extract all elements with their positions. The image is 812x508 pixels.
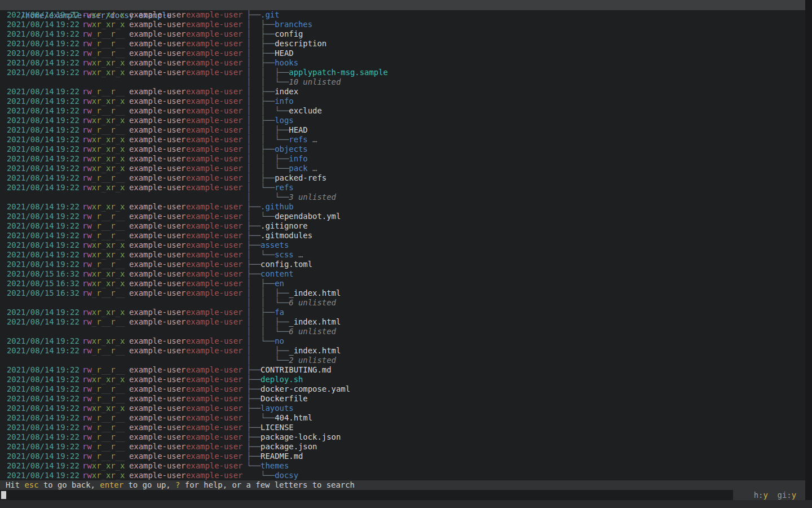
file-name[interactable]: docker-compose.yaml [261, 384, 350, 393]
file-name[interactable]: _index.html [289, 346, 341, 355]
file-name[interactable]: package-lock.json [261, 432, 341, 441]
file-name[interactable]: HEAD [289, 125, 307, 134]
tree-row[interactable]: 2021/08/1419:22rw_r__r__example-userexam… [0, 212, 805, 221]
tree-row[interactable]: 2021/08/1419:22rwxr_xr_xexample-userexam… [0, 116, 805, 125]
directory-name[interactable]: content [261, 269, 294, 278]
file-name[interactable]: HEAD [275, 49, 293, 58]
modified-date: 2021/08/14 [7, 106, 54, 116]
tree-row[interactable]: 2021/08/1419:22rw_r__r__example-userexam… [0, 394, 805, 404]
tree-row[interactable]: 2021/08/1419:22rw_r__r__example-userexam… [0, 49, 805, 58]
tree-row[interactable]: 2021/08/1419:22rw_r__r__example-userexam… [0, 432, 805, 442]
tree-row[interactable]: 2021/08/1419:22rwxr_xr_xexample-userexam… [0, 308, 805, 317]
permissions: rwxr_xr_x [82, 135, 125, 144]
directory-name[interactable]: .github [261, 202, 294, 211]
tree-row[interactable]: 2021/08/1419:22rw_r__r__example-userexam… [0, 423, 805, 432]
modified-date: 2021/08/14 [7, 240, 54, 250]
tree-row[interactable]: │ │ └──6 unlisted [0, 327, 805, 336]
tree-row[interactable]: 2021/08/1419:22rwxr_xr_xexample-userexam… [0, 68, 805, 77]
tree-row[interactable]: │ │ └──6 unlisted [0, 298, 805, 308]
tree-row[interactable]: 2021/08/1419:22rw_r__r__example-userexam… [0, 173, 805, 183]
directory-name[interactable]: scss [275, 250, 293, 259]
directory-name[interactable]: objects [275, 144, 308, 154]
directory-name[interactable]: hooks [275, 58, 298, 67]
tree-row[interactable]: 2021/08/1419:22rwxr_xr_xexample-userexam… [0, 404, 805, 413]
file-name[interactable]: CONTRIBUTING.md [261, 365, 331, 374]
tree-row[interactable]: 2021/08/1419:22rw_r__r__example-userexam… [0, 87, 805, 97]
directory-name[interactable]: assets [261, 240, 289, 249]
tree-row[interactable]: │ │ └──10 unlisted [0, 77, 805, 87]
tree-row[interactable]: 2021/08/1419:22rwxr_xr_xexample-userexam… [0, 97, 805, 106]
tree-row[interactable]: 2021/08/1419:22rw_r__r__example-userexam… [0, 442, 805, 452]
file-name[interactable]: config [275, 29, 303, 38]
file-name[interactable]: 404.html [275, 413, 312, 422]
file-name[interactable]: applypatch-msg.sample [289, 68, 388, 77]
directory-name[interactable]: no [275, 336, 284, 345]
directory-name[interactable]: layouts [261, 404, 294, 413]
file-name[interactable]: deploy.sh [261, 375, 303, 384]
tree-row[interactable]: 2021/08/1419:22rw_r__r__example-userexam… [0, 125, 805, 135]
tree-row[interactable]: 2021/08/1419:22rw_r__r__example-userexam… [0, 317, 805, 327]
tree-row[interactable]: │ └──3 unlisted [0, 192, 805, 202]
file-name[interactable]: package.json [261, 442, 317, 451]
directory-name[interactable]: info [275, 97, 293, 106]
tree-row[interactable]: 2021/08/1419:22rw_r__r__example-userexam… [0, 106, 805, 116]
tree-row[interactable]: 2021/08/1419:22rw_r__r__example-userexam… [0, 452, 805, 461]
file-name[interactable]: LICENSE [261, 423, 294, 432]
directory-name[interactable]: themes [261, 461, 289, 470]
tree-row[interactable]: 2021/08/1516:32rwxr_xr_xexample-userexam… [0, 269, 805, 279]
directory-name[interactable]: info [289, 154, 307, 163]
directory-name[interactable]: pack [289, 164, 307, 173]
file-name[interactable]: _index.html [289, 288, 341, 297]
directory-name[interactable]: en [275, 279, 284, 288]
tree-row[interactable]: 2021/08/1419:22rw_r__r__example-userexam… [0, 260, 805, 269]
tree-row[interactable]: 2021/08/1419:22rwxr_xr_xexample-userexam… [0, 20, 805, 29]
tree-row[interactable]: 2021/08/1419:22rwxr_xr_xexample-userexam… [0, 58, 805, 68]
tree-row[interactable]: 2021/08/1419:22rw_r__r__example-userexam… [0, 346, 805, 356]
directory-name[interactable]: fa [275, 308, 284, 317]
directory-name[interactable]: refs [275, 183, 293, 192]
directory-name[interactable]: refs [289, 135, 307, 144]
file-name[interactable]: _index.html [289, 317, 341, 326]
search-input[interactable]: h:y gi:y [0, 490, 805, 500]
directory-name[interactable]: logs [275, 116, 293, 125]
directory-name[interactable]: docsy [275, 471, 298, 480]
file-name[interactable]: index [275, 87, 298, 96]
tree-row[interactable]: 2021/08/1516:32rw_r__r__example-userexam… [0, 288, 805, 298]
tree-row[interactable]: 2021/08/1419:22rwxr_xr_xexample-userexam… [0, 240, 805, 250]
tree-row[interactable]: 2021/08/1419:22rwxr_xr_xexample-userexam… [0, 202, 805, 212]
tree-row[interactable]: 2021/08/1419:22rwxr_xr_xexample-userexam… [0, 250, 805, 260]
directory-name[interactable]: .git [261, 10, 279, 19]
file-name[interactable]: exclude [289, 106, 322, 115]
tree-row[interactable]: 2021/08/1419:22rwxr_xr_xexample-userexam… [0, 135, 805, 144]
file-name[interactable]: .gitignore [261, 221, 308, 230]
tree-row[interactable]: │ └──2 unlisted [0, 356, 805, 365]
directory-name[interactable]: branches [275, 20, 312, 29]
tree-row[interactable]: 2021/08/1516:32rwxr_xr_xexample-userexam… [0, 279, 805, 288]
tree-row[interactable]: 2021/08/1419:22rwxr_xr_xexample-userexam… [0, 461, 805, 471]
modified-date: 2021/08/14 [7, 212, 54, 221]
tree-row[interactable]: 2021/08/1419:22rw_r__r__example-userexam… [0, 365, 805, 375]
file-name[interactable]: config.toml [261, 260, 312, 269]
file-name[interactable]: dependabot.yml [275, 212, 341, 221]
tree-row[interactable]: 2021/08/1419:22rwxr_xr_xexample-userexam… [0, 183, 805, 192]
tree-row[interactable]: 2021/08/1419:22rw_r__r__example-userexam… [0, 231, 805, 240]
file-name[interactable]: README.md [261, 452, 303, 461]
tree-row[interactable]: 2021/08/1419:22rw_r__r__example-userexam… [0, 413, 805, 423]
tree-row[interactable]: 2021/08/1419:22rwxr_xr_xexample-userexam… [0, 144, 805, 154]
tree-row[interactable]: 2021/08/1419:22rwxr_xr_xexample-userexam… [0, 154, 805, 164]
tree-row[interactable]: 2021/08/1419:22rw_r__r__example-userexam… [0, 384, 805, 394]
owner-name: example-user [129, 432, 186, 442]
tree-row[interactable]: 2021/08/1419:22rwxr_xr_xexample-userexam… [0, 471, 805, 480]
tree-row[interactable]: 2021/08/1419:22rw_r__r__example-userexam… [0, 29, 805, 39]
tree-row[interactable]: 2021/08/1419:22rwxr_xr_xexample-userexam… [0, 375, 805, 384]
file-name[interactable]: Dockerfile [261, 394, 308, 403]
tree-row[interactable]: 2021/08/1419:22rwxr_xr_xexample-userexam… [0, 336, 805, 346]
tree-row[interactable]: 2021/08/1419:22rwxr_xr_xexample-userexam… [0, 164, 805, 173]
tree-cell: │ ├──description [246, 39, 326, 49]
file-name[interactable]: description [275, 39, 326, 48]
tree-row[interactable]: 2021/08/1419:22rw_r__r__example-userexam… [0, 39, 805, 49]
tree-row[interactable]: 2021/08/1419:22rw_r__r__example-userexam… [0, 221, 805, 231]
tree-row[interactable]: 2021/08/1419:22rwxr_xr_xexample-userexam… [0, 10, 805, 20]
file-name[interactable]: packed-refs [275, 173, 326, 182]
file-name[interactable]: .gitmodules [261, 231, 312, 240]
